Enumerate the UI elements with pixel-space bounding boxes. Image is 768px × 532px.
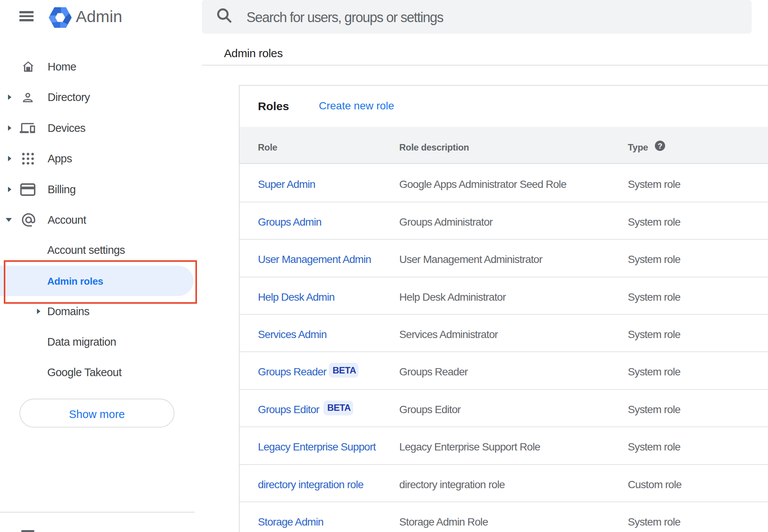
svg-text:?: ?: [658, 142, 662, 150]
